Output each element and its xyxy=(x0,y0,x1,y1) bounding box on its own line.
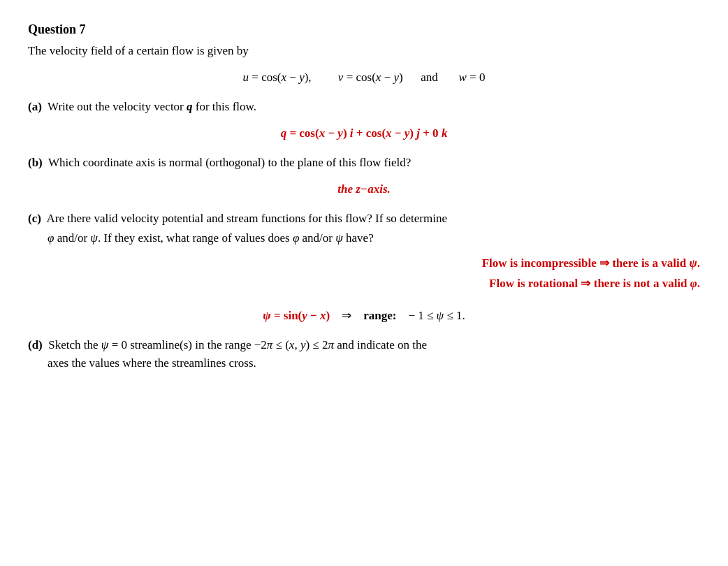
part-b-label: (b) Which coordinate axis is normal (ort… xyxy=(28,156,411,169)
uvw-equation: u = cos(x − y), v = cos(x − y) and w = 0 xyxy=(28,71,700,85)
part-d: (d) Sketch the ψ = 0 streamline(s) in th… xyxy=(28,338,700,370)
part-d-text2: axes the values where the streamlines cr… xyxy=(48,356,700,370)
intro-text: The velocity field of a certain flow is … xyxy=(28,44,700,58)
part-a-answer: q = cos(x − y) i + cos(x − y) j + 0 k xyxy=(28,126,700,140)
part-b: (b) Which coordinate axis is normal (ort… xyxy=(28,156,700,170)
psi-equation: ψ = sin(y − x) ⇒ range: − 1 ≤ ψ ≤ 1. xyxy=(28,308,700,323)
part-a: (a) Write out the velocity vector q for … xyxy=(28,100,700,114)
question-title: Question 7 xyxy=(28,22,700,37)
part-c-text2: φ and/or ψ. If they exist, what range of… xyxy=(48,231,700,245)
part-c-label: (c) Are there valid velocity potential a… xyxy=(28,212,447,225)
part-c: (c) Are there valid velocity potential a… xyxy=(28,212,700,245)
part-b-answer: the z−axis. xyxy=(28,182,700,196)
part-d-label: (d) Sketch the ψ = 0 streamline(s) in th… xyxy=(28,338,427,351)
part-c-answer: Flow is incompressible ⇒ there is a vali… xyxy=(28,254,700,294)
part-a-label: (a) Write out the velocity vector q for … xyxy=(28,100,256,113)
